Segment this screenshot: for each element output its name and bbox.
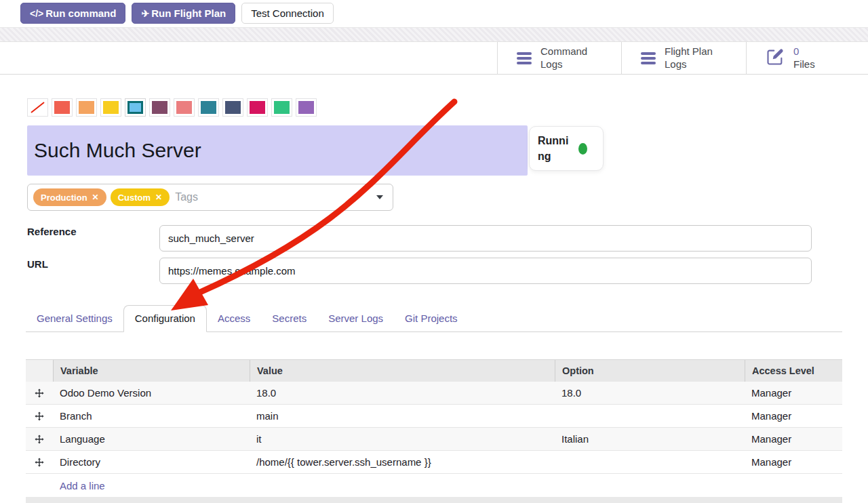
no-color-icon (30, 101, 45, 114)
color-swatch[interactable] (271, 98, 292, 117)
tab-server-logs[interactable]: Server Logs (317, 305, 394, 331)
list-icon (517, 52, 532, 64)
color-swatch[interactable] (247, 98, 268, 117)
color-swatch[interactable] (52, 98, 73, 117)
color-swatch[interactable] (296, 98, 317, 117)
test-connection-label: Test Connection (251, 7, 324, 19)
color-swatch-selected[interactable] (125, 98, 146, 117)
drag-handle-icon[interactable] (26, 458, 53, 467)
cell-access-level[interactable]: Manager (745, 433, 842, 445)
drag-handle-icon[interactable] (26, 388, 53, 398)
tab-access[interactable]: Access (207, 305, 261, 331)
handle-column-header (26, 360, 53, 382)
run-flight-plan-button[interactable]: ✈ Run Flight Plan (132, 3, 235, 24)
files-count: 0 (793, 45, 815, 58)
dropdown-caret-icon[interactable] (376, 195, 383, 199)
add-a-line-link[interactable]: Add a line (60, 480, 105, 491)
tab-general-settings[interactable]: General Settings (26, 305, 123, 331)
color-swatch[interactable] (149, 98, 170, 117)
column-header-variable[interactable]: Variable (53, 360, 250, 382)
table-row[interactable]: Branch main Manager (26, 405, 842, 428)
command-logs-label: Command Logs (540, 45, 604, 71)
drag-handle-icon[interactable] (26, 435, 53, 444)
list-icon (641, 52, 656, 64)
color-swatch[interactable] (100, 98, 121, 117)
stat-button-group: Command Logs Flight Plan Logs 0 Files (497, 42, 868, 75)
remove-tag-icon[interactable]: ✕ (92, 193, 99, 202)
tag-custom[interactable]: Custom ✕ (111, 188, 170, 206)
cell-option[interactable]: Italian (555, 433, 745, 445)
page-background-band (0, 27, 868, 42)
notebook-tabs: General Settings Configuration Access Se… (26, 305, 842, 332)
color-picker (27, 98, 317, 117)
cell-access-level[interactable]: Manager (745, 387, 842, 399)
run-flight-plan-label: Run Flight Plan (151, 7, 226, 19)
cell-variable[interactable]: Branch (53, 410, 250, 422)
flight-plan-logs-button[interactable]: Flight Plan Logs (621, 42, 746, 75)
configuration-table: Variable Value Option Access Level Odoo … (26, 359, 842, 503)
remove-tag-icon[interactable]: ✕ (155, 193, 162, 202)
files-label: Files (793, 58, 815, 71)
tags-input[interactable]: Production ✕ Custom ✕ Tags (27, 184, 393, 211)
swatch-no-color[interactable] (27, 98, 48, 117)
tags-placeholder: Tags (175, 191, 198, 203)
column-header-option[interactable]: Option (555, 360, 745, 382)
status-label: Running (538, 133, 572, 164)
cell-value[interactable]: main (250, 410, 555, 422)
tab-secrets[interactable]: Secrets (261, 305, 317, 331)
cell-value[interactable]: /home/{{ tower.server.ssh_username }} (250, 456, 555, 468)
action-button-row: </> Run command ✈ Run Flight Plan Test C… (20, 3, 334, 24)
command-logs-button[interactable]: Command Logs (497, 42, 621, 75)
cell-value[interactable]: it (250, 433, 555, 445)
color-swatch[interactable] (198, 98, 219, 117)
table-row[interactable]: Directory /home/{{ tower.server.ssh_user… (26, 451, 842, 474)
table-header-row: Variable Value Option Access Level (26, 359, 842, 382)
add-line-row: Add a line (26, 474, 842, 498)
record-title-input[interactable]: Such Much Server (27, 125, 528, 176)
top-toolbar: </> Run command ✈ Run Flight Plan Test C… (0, 0, 868, 27)
reference-label: Reference (27, 226, 142, 237)
drag-handle-icon[interactable] (26, 411, 53, 421)
status-green-dot-icon (578, 143, 587, 155)
run-command-button[interactable]: </> Run command (20, 3, 125, 24)
files-button[interactable]: 0 Files (746, 42, 868, 75)
url-field[interactable] (159, 258, 812, 284)
server-status-widget[interactable]: Running (529, 126, 604, 171)
tag-label: Custom (118, 193, 151, 203)
code-icon: </> (30, 8, 43, 19)
plane-icon: ✈ (141, 8, 149, 19)
table-row[interactable]: Odoo Demo Version 18.0 18.0 Manager (26, 382, 842, 405)
cell-variable[interactable]: Odoo Demo Version (53, 387, 250, 399)
flight-plan-logs-label: Flight Plan Logs (665, 45, 728, 71)
url-label: URL (27, 258, 142, 270)
cell-access-level[interactable]: Manager (745, 410, 842, 422)
color-swatch[interactable] (76, 98, 97, 117)
edit-square-icon (766, 47, 785, 69)
tag-label: Production (41, 193, 87, 203)
column-header-value[interactable]: Value (250, 360, 555, 382)
table-row[interactable]: Language it Italian Manager (26, 428, 842, 451)
cell-option[interactable]: 18.0 (555, 387, 745, 399)
tab-git-projects[interactable]: Git Projects (394, 305, 469, 331)
cell-value[interactable]: 18.0 (250, 387, 555, 399)
table-footer-strip (26, 498, 842, 503)
run-command-label: Run command (45, 7, 116, 19)
tag-production[interactable]: Production ✕ (33, 188, 106, 206)
test-connection-button[interactable]: Test Connection (241, 3, 334, 24)
color-swatch[interactable] (222, 98, 243, 117)
form-statusbar: Command Logs Flight Plan Logs 0 Files (0, 42, 868, 75)
column-header-access-level[interactable]: Access Level (745, 360, 842, 382)
reference-field[interactable] (159, 225, 812, 252)
cell-variable[interactable]: Language (53, 433, 250, 445)
color-swatch[interactable] (174, 98, 195, 117)
cell-access-level[interactable]: Manager (745, 456, 842, 468)
cell-variable[interactable]: Directory (53, 456, 250, 468)
tab-configuration[interactable]: Configuration (123, 305, 207, 332)
